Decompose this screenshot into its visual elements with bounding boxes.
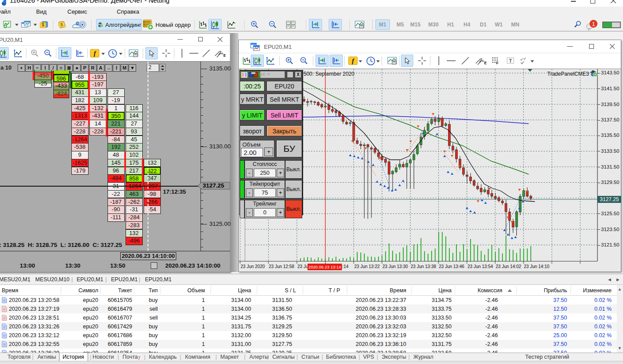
svg-text:E: E xyxy=(223,53,226,58)
svg-text:E: E xyxy=(484,61,486,65)
svg-text:T: T xyxy=(509,58,512,63)
svg-text:5: 5 xyxy=(60,22,63,27)
svg-text:$: $ xyxy=(42,22,44,27)
svg-text:1: 1 xyxy=(592,21,595,27)
svg-text:F: F xyxy=(496,61,499,65)
